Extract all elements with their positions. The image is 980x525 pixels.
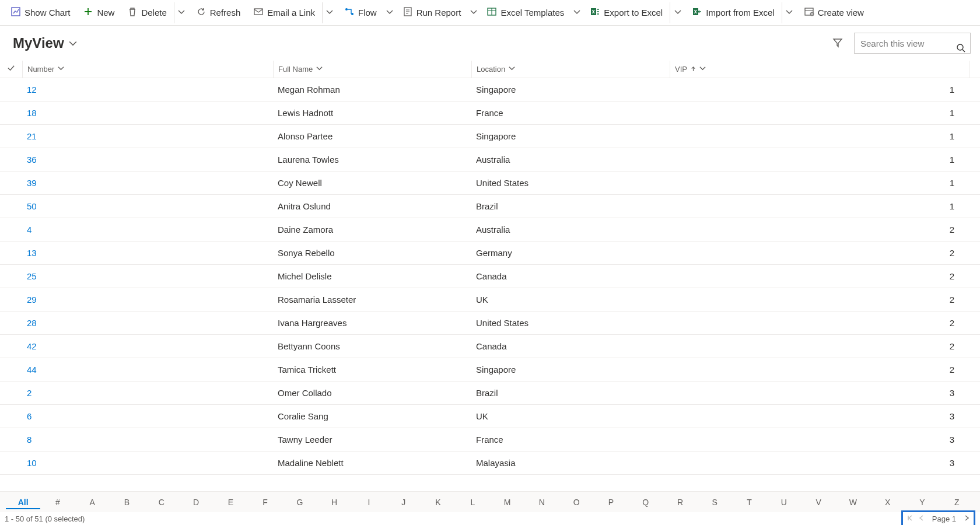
alpha-all[interactable]: All — [6, 495, 40, 509]
record-link[interactable]: 50 — [27, 201, 37, 211]
record-link[interactable]: 28 — [27, 318, 37, 328]
alpha-o[interactable]: O — [559, 495, 594, 509]
alpha-s[interactable]: S — [698, 495, 732, 509]
table-row[interactable]: 42Bettyann CoonsCanada2 — [0, 335, 980, 358]
select-all-checkbox[interactable] — [0, 61, 22, 78]
alpha-a[interactable]: A — [75, 495, 110, 509]
col-number[interactable]: Number — [22, 61, 273, 78]
table-row[interactable]: 25Michel DelisleCanada2 — [0, 265, 980, 288]
record-link[interactable]: 29 — [27, 295, 37, 304]
alpha-t[interactable]: T — [732, 495, 766, 509]
show-chart-button[interactable]: Show Chart — [5, 2, 76, 23]
email-link-button[interactable]: Email a Link — [247, 2, 321, 23]
alpha-g[interactable]: G — [282, 495, 317, 509]
pager-first[interactable] — [907, 514, 914, 523]
table-row[interactable]: 6Coralie SangUK3 — [0, 405, 980, 428]
table-row[interactable]: 10Madaline NeblettMalayasia3 — [0, 452, 980, 475]
import-excel-split[interactable] — [782, 2, 797, 23]
create-view-icon — [804, 6, 814, 19]
search-box[interactable] — [854, 33, 971, 54]
search-input[interactable] — [855, 33, 970, 53]
col-full-name[interactable]: Full Name — [273, 61, 471, 78]
view-selector[interactable]: MyView — [13, 35, 77, 51]
alpha-m[interactable]: M — [490, 495, 524, 509]
alpha-z[interactable]: Z — [940, 495, 974, 509]
excel-templates-button[interactable]: Excel Templates — [481, 2, 570, 23]
table-row[interactable]: 39Coy NewellUnited States1 — [0, 172, 980, 195]
record-link[interactable]: 36 — [27, 155, 37, 164]
grid-header-row: Number Full Name Location VIP — [0, 61, 980, 78]
alpha-u[interactable]: U — [766, 495, 801, 509]
col-location-label: Location — [477, 65, 505, 74]
new-button[interactable]: New — [77, 2, 120, 23]
record-link[interactable]: 12 — [27, 85, 37, 94]
table-row[interactable]: 8Tawny LeederFrance3 — [0, 428, 980, 452]
record-link[interactable]: 39 — [27, 178, 37, 188]
excel-templates-dropdown[interactable] — [571, 2, 583, 23]
record-link[interactable]: 2 — [27, 388, 32, 398]
record-link[interactable]: 44 — [27, 365, 37, 374]
record-link[interactable]: 13 — [27, 248, 37, 258]
refresh-button[interactable]: Refresh — [190, 2, 247, 23]
record-link[interactable]: 8 — [27, 435, 32, 444]
table-row[interactable]: 12Megan RohmanSingapore1 — [0, 78, 980, 102]
record-link[interactable]: 18 — [27, 108, 37, 118]
table-row[interactable]: 2Omer ColladoBrazil3 — [0, 382, 980, 405]
alpha-b[interactable]: B — [110, 495, 144, 509]
table-row[interactable]: 29Rosamaria LasseterUK2 — [0, 288, 980, 312]
record-link[interactable]: 42 — [27, 341, 37, 351]
cell-location: Germany — [471, 248, 670, 258]
record-link[interactable]: 6 — [27, 411, 32, 421]
alpha-x[interactable]: X — [870, 495, 905, 509]
table-row[interactable]: 28Ivana HargreavesUnited States2 — [0, 312, 980, 335]
export-excel-button[interactable]: Export to Excel — [584, 2, 668, 23]
alpha-e[interactable]: E — [214, 495, 248, 509]
run-report-dropdown[interactable] — [468, 2, 480, 23]
table-row[interactable]: 50Anitra OslundBrazil1 — [0, 195, 980, 218]
alpha-hash[interactable]: # — [40, 495, 75, 509]
table-row[interactable]: 21Alonso ParteeSingapore1 — [0, 125, 980, 148]
alpha-h[interactable]: H — [317, 495, 352, 509]
cell-location: Malayasia — [471, 458, 670, 468]
record-link[interactable]: 25 — [27, 271, 37, 281]
flow-dropdown[interactable] — [384, 2, 396, 23]
alpha-k[interactable]: K — [421, 495, 455, 509]
alpha-d[interactable]: D — [178, 495, 213, 509]
delete-split[interactable] — [174, 2, 189, 23]
alpha-f[interactable]: F — [248, 495, 282, 509]
pager-prev[interactable] — [918, 514, 925, 523]
create-view-button[interactable]: Create view — [798, 2, 870, 23]
alpha-l[interactable]: L — [456, 495, 490, 509]
pager-next[interactable] — [963, 514, 970, 523]
alpha-n[interactable]: N — [524, 495, 559, 509]
email-link-split[interactable] — [322, 2, 337, 23]
table-row[interactable]: 18Lewis HadnottFrance1 — [0, 102, 980, 125]
filter-button[interactable] — [828, 37, 847, 50]
col-location[interactable]: Location — [471, 61, 670, 78]
import-excel-button[interactable]: Import from Excel — [686, 2, 780, 23]
alpha-j[interactable]: J — [386, 495, 421, 509]
alpha-r[interactable]: R — [663, 495, 697, 509]
alpha-filter-bar: All # ABCDEFGHIJKLMNOPQRSTUVWXYZ — [0, 491, 980, 512]
table-row[interactable]: 13Sonya RebelloGermany2 — [0, 242, 980, 265]
record-link[interactable]: 10 — [27, 458, 37, 468]
alpha-w[interactable]: W — [836, 495, 870, 509]
col-number-label: Number — [27, 65, 54, 74]
alpha-y[interactable]: Y — [905, 495, 939, 509]
table-row[interactable]: 4Daine ZamoraAustralia2 — [0, 218, 980, 242]
alpha-q[interactable]: Q — [628, 495, 663, 509]
alpha-i[interactable]: I — [352, 495, 386, 509]
flow-button[interactable]: Flow — [338, 2, 383, 23]
record-link[interactable]: 4 — [27, 225, 32, 235]
delete-button[interactable]: Delete — [121, 2, 172, 23]
table-row[interactable]: 44Tamica TrickettSingapore2 — [0, 358, 980, 382]
record-link[interactable]: 21 — [27, 131, 37, 141]
export-excel-split[interactable] — [670, 2, 685, 23]
table-row[interactable]: 36Laurena TowlesAustralia1 — [0, 148, 980, 172]
flow-icon — [344, 6, 355, 19]
alpha-v[interactable]: V — [801, 495, 835, 509]
alpha-p[interactable]: P — [594, 495, 628, 509]
alpha-c[interactable]: C — [144, 495, 178, 509]
col-vip[interactable]: VIP — [670, 61, 970, 78]
run-report-button[interactable]: Run Report — [397, 2, 467, 23]
